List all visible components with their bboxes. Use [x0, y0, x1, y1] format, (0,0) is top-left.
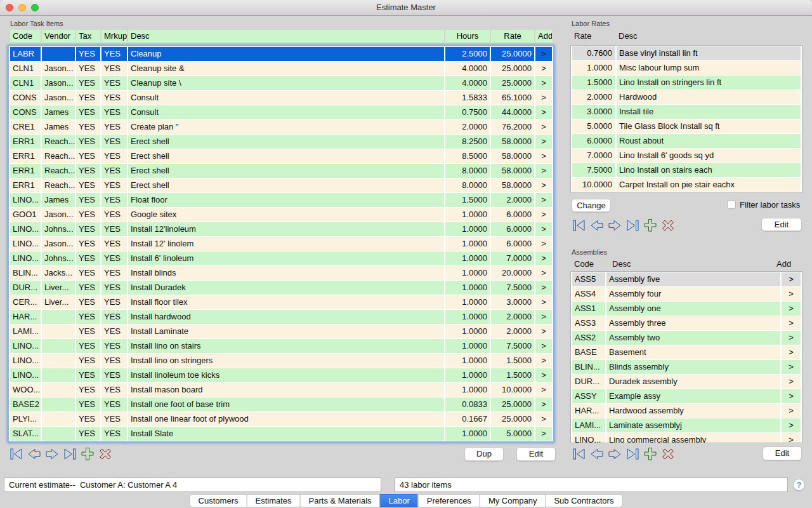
cell-code[interactable]: BLIN...	[10, 266, 41, 280]
cell-tax[interactable]: YES	[76, 412, 100, 426]
cell-desc-r[interactable]: Blinds assembly	[606, 360, 780, 374]
cell-add[interactable]: >	[782, 360, 801, 374]
table-row[interactable]: GOO1Jason...YESYESGoogle sitex1.00006.00…	[10, 208, 552, 222]
table-row[interactable]: LINO...JamesYESYESFloat floor1.50002.000…	[10, 193, 552, 207]
cell-add[interactable]: >	[782, 404, 801, 418]
table-row[interactable]: WOO...YESYESInstall mason board1.000010.…	[10, 383, 552, 397]
assemblies-edit-button[interactable]: Edit	[763, 446, 802, 460]
next-icon[interactable]	[44, 447, 60, 461]
cell-add[interactable]: >	[535, 324, 552, 338]
table-row[interactable]: LINO...Johns...YESYESInstall 12'linoleum…	[10, 222, 552, 236]
cell-code[interactable]: BLIN...	[572, 360, 605, 374]
cell-hours[interactable]: 1.0000	[445, 354, 490, 368]
cell-add[interactable]: >	[535, 310, 552, 324]
cell-vendor[interactable]: Jacks...	[42, 266, 75, 280]
cell-hours[interactable]: 1.0000	[445, 251, 490, 265]
cell-rate2[interactable]: 0.7600	[572, 46, 615, 60]
cell-code[interactable]: ERR1	[10, 164, 41, 178]
cell-tax[interactable]: YES	[76, 383, 100, 397]
cell-hours[interactable]: 1.0000	[445, 339, 490, 353]
tab-estimates[interactable]: Estimates	[246, 494, 300, 507]
table-row[interactable]: 1.5000Lino Install on stringers lin ft	[572, 76, 801, 90]
cell-tax[interactable]: YES	[76, 427, 100, 441]
cell-add[interactable]: >	[782, 433, 801, 443]
cell-rate2[interactable]: 7.0000	[572, 149, 615, 163]
cell-desc-r[interactable]: Basement	[606, 345, 780, 359]
cell-vendor[interactable]: Johns...	[42, 222, 75, 236]
cell-rate[interactable]: 6.0000	[491, 222, 534, 236]
cell-rate2[interactable]: 7.5000	[572, 163, 615, 177]
cell-mrkup[interactable]: YES	[102, 76, 127, 90]
cell-vendor[interactable]	[42, 310, 75, 324]
cell-rate[interactable]: 1.5000	[491, 368, 534, 382]
cell-mrkup[interactable]: YES	[102, 208, 127, 222]
cell-desc-r[interactable]: Lino commercial assembly	[606, 433, 780, 443]
cell-code[interactable]: ASS5	[572, 272, 605, 286]
cell-add[interactable]: >	[535, 222, 552, 236]
cell-code[interactable]: CONS	[10, 105, 41, 119]
cell-vendor[interactable]	[42, 412, 75, 426]
cell-hours[interactable]: 2.5000	[445, 47, 490, 61]
cell-code[interactable]: CLN1	[10, 76, 41, 90]
cell-code[interactable]: LINO...	[10, 222, 41, 236]
cell-code[interactable]: CLN1	[10, 62, 41, 76]
cell-add[interactable]: >	[535, 178, 552, 192]
cell-rate[interactable]: 2.0000	[491, 324, 534, 338]
cell-mrkup[interactable]: YES	[102, 324, 127, 338]
cell-desc[interactable]: Install blinds	[128, 266, 444, 280]
table-row[interactable]: LABRYESYESCleanup2.500025.0000>	[10, 47, 552, 61]
cell-vendor[interactable]: Liver...	[42, 295, 75, 309]
cell-vendor[interactable]: James	[42, 193, 75, 207]
table-row[interactable]: CONSJamesYESYESConsult0.750044.0000>	[10, 105, 552, 119]
cell-vendor[interactable]: Reach...	[42, 164, 75, 178]
cell-hours[interactable]: 0.0833	[445, 398, 490, 411]
cell-desc[interactable]: Tile Glass Block Install sq ft	[617, 119, 801, 133]
cell-add[interactable]: >	[535, 295, 552, 309]
cell-vendor[interactable]: Reach...	[42, 149, 75, 163]
cell-add[interactable]: >	[535, 164, 552, 178]
cell-mrkup[interactable]: YES	[102, 120, 127, 134]
table-row[interactable]: 0.7600Base vinyl install lin ft	[572, 46, 801, 60]
minimize-window-icon[interactable]	[18, 4, 26, 11]
cell-hours[interactable]: 1.0000	[445, 383, 490, 397]
cell-add[interactable]: >	[782, 375, 801, 389]
cell-tax[interactable]: YES	[76, 120, 100, 134]
cell-rate[interactable]: 25.0000	[491, 62, 534, 76]
cell-rate[interactable]: 58.0000	[491, 135, 534, 149]
table-row[interactable]: 2.0000Hardwood	[572, 90, 801, 104]
table-row[interactable]: ERR1Reach...YESYESErect shell8.250058.00…	[10, 135, 552, 149]
cell-add[interactable]: >	[782, 389, 801, 403]
cell-rate[interactable]: 2.0000	[491, 193, 534, 207]
cell-desc[interactable]: Install mason board	[128, 383, 444, 397]
cell-vendor[interactable]: Jason...	[42, 76, 75, 90]
cell-vendor[interactable]: James	[42, 105, 75, 119]
cell-code[interactable]: DUR...	[572, 375, 605, 389]
cell-rate[interactable]: 3.0000	[491, 295, 534, 309]
cell-tax[interactable]: YES	[76, 149, 100, 163]
cell-code[interactable]: ASS2	[572, 331, 605, 345]
skip-to-first-icon[interactable]	[572, 447, 587, 461]
cell-rate[interactable]: 7.5000	[491, 339, 534, 353]
tab-customers[interactable]: Customers	[190, 494, 247, 507]
cell-desc-r[interactable]: Assembly one	[606, 302, 780, 316]
cell-desc[interactable]: Erect shell	[128, 149, 444, 163]
delete-record-icon[interactable]	[660, 218, 676, 232]
cell-vendor[interactable]	[42, 324, 75, 338]
cell-vendor[interactable]: Liver...	[42, 281, 75, 295]
cell-mrkup[interactable]: YES	[102, 237, 127, 251]
delete-record-icon[interactable]	[98, 447, 113, 461]
cell-code[interactable]: LINO...	[10, 251, 41, 265]
table-row[interactable]: CER...Liver...YESYESInstall floor tilex1…	[10, 295, 552, 309]
cell-hours[interactable]: 1.0000	[445, 222, 490, 236]
cell-desc-r[interactable]: Example assy	[606, 389, 780, 403]
skip-to-first-icon[interactable]	[9, 447, 24, 461]
table-row[interactable]: HAR...Hardwood assembly>	[572, 404, 801, 418]
cell-add[interactable]: >	[535, 281, 552, 295]
table-row[interactable]: PLYI...YESYESInstall one linear foot of …	[10, 412, 552, 426]
cell-vendor[interactable]: Jason...	[42, 208, 75, 222]
cell-code[interactable]: DUR...	[10, 281, 41, 295]
cell-add[interactable]: >	[535, 47, 552, 61]
cell-code[interactable]: CRE1	[10, 120, 41, 134]
cell-desc[interactable]: Cleanup	[128, 47, 444, 61]
table-row[interactable]: BLIN...Blinds assembly>	[572, 360, 801, 374]
